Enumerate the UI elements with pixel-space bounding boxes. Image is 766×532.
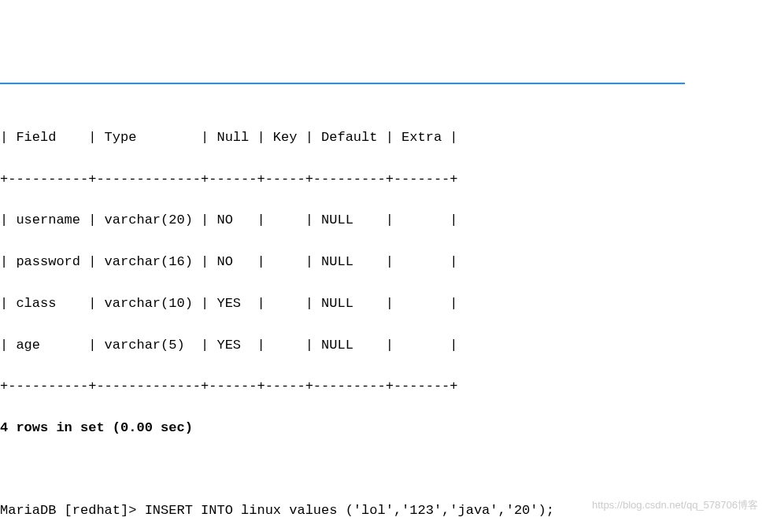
watermark-text: https://blog.csdn.net/qq_578706博客	[592, 497, 758, 513]
desc-table-header: | Field | Type | Null | Key | Default | …	[0, 127, 766, 148]
desc-table-row: | username | varchar(20) | NO | | NULL |…	[0, 210, 766, 231]
window-top-border	[0, 83, 685, 84]
desc-summary: 4 rows in set (0.00 sec)	[0, 418, 766, 438]
desc-table-row: | password | varchar(16) | NO | | NULL |…	[0, 252, 766, 272]
desc-table-row: | class | varchar(10) | YES | | NULL | |	[0, 294, 766, 314]
desc-table-separator: +----------+-------------+------+-----+-…	[0, 169, 766, 190]
desc-table-separator: +----------+-------------+------+-----+-…	[0, 376, 766, 397]
desc-table-row: | age | varchar(5) | YES | | NULL | |	[0, 335, 766, 356]
blank-line	[0, 460, 766, 480]
terminal-output: | Field | Type | Null | Key | Default | …	[0, 105, 766, 532]
